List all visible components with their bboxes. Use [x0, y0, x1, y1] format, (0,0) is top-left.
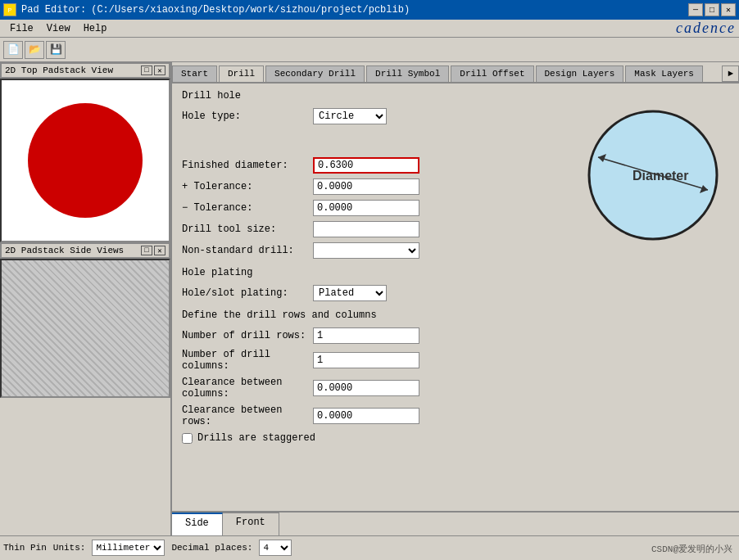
open-button[interactable]: 📂 [25, 41, 44, 59]
app-path: (C:/Users/xiaoxing/Desktop/work/sizhou/p… [91, 4, 410, 16]
menu-view[interactable]: View [40, 21, 77, 36]
drill-diagram: Diameter [583, 108, 723, 243]
num-rows-row: Number of drill rows: 1 [182, 327, 729, 344]
clear-rows-label: Clearance between rows: [182, 404, 313, 427]
bottom-tab-bar: Side Front [172, 511, 739, 535]
side-view-content [2, 260, 169, 396]
save-button[interactable]: 💾 [46, 41, 66, 59]
top-view-panel: 2D Top Padstack View □ ✕ [0, 62, 170, 242]
bottom-tab-side[interactable]: Side [172, 513, 223, 535]
clear-cols-row: Clearance between columns: 0.0000 [182, 377, 729, 400]
plus-tolerance-input[interactable]: 0.0000 [313, 178, 419, 195]
non-standard-row: Non-standard drill: [182, 242, 729, 259]
decimal-label: Decimal places: [171, 543, 252, 553]
tab-bar: Start Drill Secondary Drill Drill Symbol… [172, 62, 739, 84]
clear-rows-input[interactable]: 0.0000 [313, 408, 419, 424]
num-rows-label: Number of drill rows: [182, 330, 313, 341]
tab-mask-layers[interactable]: Mask Layers [625, 65, 703, 82]
side-view-controls: □ ✕ [141, 246, 165, 255]
close-button[interactable]: ✕ [721, 3, 736, 16]
clear-cols-input[interactable]: 0.0000 [313, 380, 419, 396]
units-label: Units: [53, 543, 86, 553]
units-select[interactable]: Millimeter Inch Mil [92, 540, 165, 556]
side-view-close[interactable]: ✕ [154, 246, 165, 255]
clear-cols-label: Clearance between columns: [182, 377, 313, 400]
side-view-panel: 2D Padstack Side Views □ ✕ [0, 242, 170, 398]
menu-file[interactable]: File [3, 21, 40, 36]
num-cols-input[interactable]: 1 [313, 352, 419, 368]
hole-type-select[interactable]: Circle Square Oblong [313, 108, 387, 124]
svg-text:Diameter: Diameter [632, 169, 688, 183]
app-icon: P [3, 3, 16, 16]
title-controls: ─ □ ✕ [688, 3, 736, 16]
hole-plating-section-title: Hole plating [182, 267, 729, 278]
tab-start[interactable]: Start [172, 65, 217, 82]
watermark: CSDN@爱发明的小兴 [651, 543, 732, 555]
footer-bar: Thin Pin Units: Millimeter Inch Mil Deci… [0, 535, 739, 558]
top-view-close[interactable]: ✕ [154, 65, 165, 75]
finished-diameter-input[interactable]: 0.6300 [313, 157, 419, 174]
top-view-label: 2D Top Padstack View [5, 65, 113, 75]
drill-diagram-svg: Diameter [583, 108, 723, 243]
drill-rows-section-title: Define the drill rows and columns [182, 309, 729, 321]
menu-bar: File View Help cadence [0, 20, 739, 38]
staggered-row: Drills are staggered [182, 432, 729, 444]
side-view-label: 2D Padstack Side Views [5, 246, 124, 255]
finished-diameter-label: Finished diameter: [182, 160, 313, 171]
tab-drill-offset[interactable]: Drill Offset [451, 65, 533, 82]
num-cols-row: Number of drill columns: 1 [182, 349, 729, 372]
bottom-tab-front[interactable]: Front [223, 513, 279, 535]
cadence-logo: cadence [676, 20, 736, 37]
tab-more-arrow[interactable]: ► [722, 65, 739, 82]
top-view-canvas [0, 79, 170, 242]
staggered-checkbox[interactable] [182, 433, 193, 444]
drill-tool-label: Drill tool size: [182, 224, 313, 235]
content-area: Diameter Drill hole Hole type: Circle Sq… [172, 84, 739, 511]
new-button[interactable]: 📄 [3, 41, 23, 59]
thin-pin-label: Thin Pin [3, 543, 47, 553]
top-view-restore[interactable]: □ [141, 65, 152, 75]
main-area: 2D Top Padstack View □ ✕ 2D Padstack Sid… [0, 62, 739, 535]
bottom-tabs: Side Front [172, 513, 279, 535]
hole-plating-label: Hole/slot plating: [182, 287, 313, 299]
tab-drill[interactable]: Drill [219, 65, 264, 84]
side-view-canvas [0, 259, 170, 398]
non-standard-select[interactable] [313, 242, 419, 259]
hole-plating-row: Hole/slot plating: Plated Non-Plated [182, 285, 729, 301]
staggered-label: Drills are staggered [197, 432, 315, 444]
num-cols-label: Number of drill columns: [182, 349, 313, 372]
title-bar-left: P Pad Editor: (C:/Users/xiaoxing/Desktop… [3, 3, 410, 16]
plus-tolerance-label: + Tolerance: [182, 181, 313, 192]
non-standard-label: Non-standard drill: [182, 245, 313, 256]
toolbar: 📄 📂 💾 [0, 38, 739, 62]
hole-type-dropdown-container: Circle Square Oblong [313, 108, 387, 124]
minus-tolerance-label: − Tolerance: [182, 202, 313, 214]
title-bar: P Pad Editor: (C:/Users/xiaoxing/Desktop… [0, 0, 739, 20]
tab-design-layers[interactable]: Design Layers [536, 65, 624, 82]
top-view-title-bar: 2D Top Padstack View □ ✕ [0, 62, 170, 79]
left-panel: 2D Top Padstack View □ ✕ 2D Padstack Sid… [0, 62, 172, 535]
top-view-controls: □ ✕ [141, 65, 165, 75]
decimal-select[interactable]: 4 2 6 [259, 540, 292, 556]
menu-help[interactable]: Help [77, 21, 114, 36]
side-view-title-bar: 2D Padstack Side Views □ ✕ [0, 242, 170, 259]
drill-hole-section-title: Drill hole [182, 90, 729, 102]
hole-plating-select[interactable]: Plated Non-Plated [313, 285, 387, 301]
side-view-restore[interactable]: □ [141, 246, 152, 255]
drill-tool-input[interactable] [313, 221, 419, 237]
maximize-button[interactable]: □ [705, 3, 719, 16]
num-rows-input[interactable]: 1 [313, 327, 419, 344]
minimize-button[interactable]: ─ [688, 3, 703, 16]
tab-secondary-drill[interactable]: Secondary Drill [265, 65, 365, 82]
pad-circle [28, 103, 143, 218]
tab-drill-symbol[interactable]: Drill Symbol [366, 65, 449, 82]
right-panel: Start Drill Secondary Drill Drill Symbol… [172, 62, 739, 535]
minus-tolerance-input[interactable]: 0.0000 [313, 200, 419, 216]
hole-type-label: Hole type: [182, 111, 313, 122]
app-title: Pad Editor: [21, 4, 86, 16]
clear-rows-row: Clearance between rows: 0.0000 [182, 404, 729, 427]
